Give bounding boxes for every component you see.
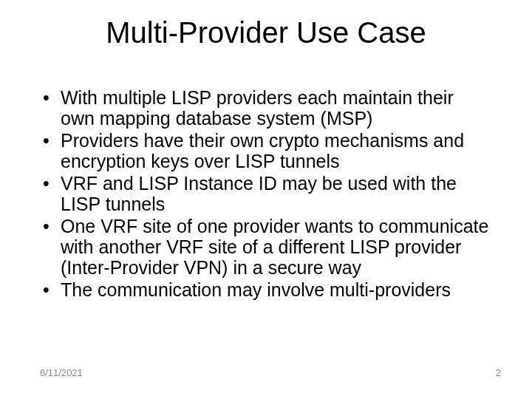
footer-date: 6/11/2021	[40, 367, 83, 378]
slide-title: Multi-Provider Use Case	[0, 16, 532, 50]
slide: Multi-Provider Use Case With multiple LI…	[0, 0, 532, 399]
bullet-item: Providers have their own crypto mechanis…	[40, 130, 492, 171]
bullet-list: With multiple LISP providers each mainta…	[40, 87, 492, 300]
bullet-item: One VRF site of one provider wants to co…	[40, 216, 492, 278]
bullet-item: With multiple LISP providers each mainta…	[40, 87, 492, 129]
footer-page-number: 2	[496, 367, 501, 378]
bullet-item: VRF and LISP Instance ID may be used wit…	[40, 173, 492, 214]
slide-body: With multiple LISP providers each mainta…	[40, 87, 492, 301]
bullet-item: The communication may involve multi-prov…	[40, 279, 492, 300]
